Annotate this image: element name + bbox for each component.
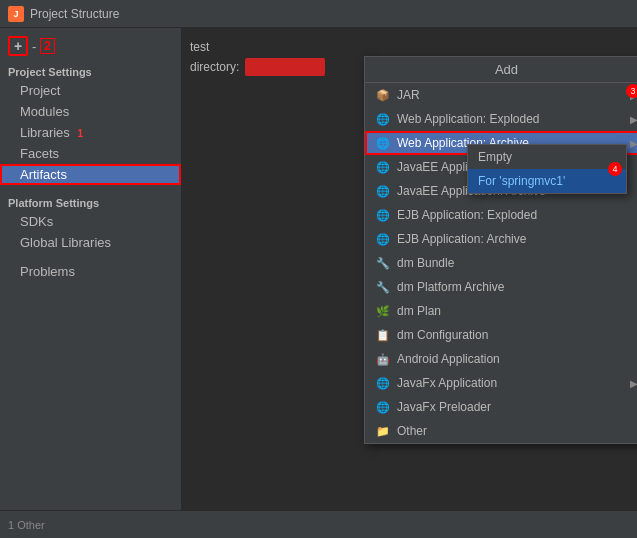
- menu-item-dm-plan[interactable]: 🌿 dm Plan: [365, 299, 637, 323]
- platform-settings-header: Platform Settings: [0, 193, 181, 211]
- menu-item-ejb-archive[interactable]: 🌐 EJB Application: Archive: [365, 227, 637, 251]
- main-layout: + - 2 Project Settings Project Modules L…: [0, 28, 637, 538]
- sidebar-item-libraries[interactable]: Libraries 1: [0, 122, 181, 143]
- step-2-label: 2: [40, 38, 55, 54]
- menu-item-dm-config[interactable]: 📋 dm Configuration: [365, 323, 637, 347]
- menu-item-android[interactable]: 🤖 Android Application: [365, 347, 637, 371]
- javafx-preloader-icon: 🌐: [375, 399, 391, 415]
- sidebar-item-sdks[interactable]: SDKs: [0, 211, 181, 232]
- submenu-item-for-springmvc1[interactable]: For 'springmvc1' 4: [468, 169, 626, 193]
- dm-plan-icon: 🌿: [375, 303, 391, 319]
- dm-bundle-icon: 🔧: [375, 255, 391, 271]
- web-archive-icon: 🌐: [375, 135, 391, 151]
- web-exploded-icon: 🌐: [375, 111, 391, 127]
- menu-item-jar[interactable]: 📦 JAR ▶ 3: [365, 83, 637, 107]
- other-count-label: 1 Other: [8, 519, 45, 531]
- add-button[interactable]: +: [8, 36, 28, 56]
- sidebar-item-artifacts[interactable]: Artifacts: [0, 164, 181, 185]
- dropdown-header: Add: [365, 57, 637, 83]
- output-dir-value: [245, 58, 325, 76]
- app-icon: J: [8, 6, 24, 22]
- menu-item-web-exploded[interactable]: 🌐 Web Application: Exploded ▶: [365, 107, 637, 131]
- sidebar-item-facets[interactable]: Facets: [0, 143, 181, 164]
- step-1-badge: 1: [77, 128, 83, 139]
- toolbar-separator: -: [32, 39, 36, 54]
- android-icon: 🤖: [375, 351, 391, 367]
- title-bar: J Project Structure: [0, 0, 637, 28]
- javafx-app-icon: 🌐: [375, 375, 391, 391]
- javaee-archive-icon: 🌐: [375, 183, 391, 199]
- add-dropdown-menu: Add 📦 JAR ▶ 3 🌐 Web Application: Explode…: [364, 56, 637, 444]
- sidebar-item-problems[interactable]: Problems: [0, 261, 181, 282]
- web-archive-submenu: Empty For 'springmvc1' 4: [467, 144, 627, 194]
- sidebar-item-global-libraries[interactable]: Global Libraries: [0, 232, 181, 253]
- javaee-exploded-icon: 🌐: [375, 159, 391, 175]
- project-settings-header: Project Settings: [0, 62, 181, 80]
- content-test-label: test: [190, 36, 629, 58]
- dm-platform-icon: 🔧: [375, 279, 391, 295]
- menu-item-ejb-exploded[interactable]: 🌐 EJB Application: Exploded: [365, 203, 637, 227]
- other-icon: 📁: [375, 423, 391, 439]
- step-4-badge: 4: [608, 162, 622, 176]
- sidebar-item-modules[interactable]: Modules: [0, 101, 181, 122]
- dm-config-icon: 📋: [375, 327, 391, 343]
- menu-item-javafx-app[interactable]: 🌐 JavaFx Application ▶: [365, 371, 637, 395]
- sidebar: + - 2 Project Settings Project Modules L…: [0, 28, 182, 538]
- ejb-archive-icon: 🌐: [375, 231, 391, 247]
- submenu-item-empty[interactable]: Empty: [468, 145, 626, 169]
- window-title: Project Structure: [30, 7, 119, 21]
- jar-icon: 📦: [375, 87, 391, 103]
- menu-item-other[interactable]: 📁 Other: [365, 419, 637, 443]
- content-area: test directory: Add 📦 JAR ▶ 3 🌐 Web Appl…: [182, 28, 637, 538]
- sidebar-toolbar: + - 2: [0, 34, 181, 62]
- step-3-badge: 3: [626, 84, 637, 98]
- arrow-icon: ▶: [630, 114, 637, 125]
- arrow-icon: ▶ 3: [630, 90, 637, 101]
- ejb-exploded-icon: 🌐: [375, 207, 391, 223]
- sidebar-item-project[interactable]: Project: [0, 80, 181, 101]
- arrow-icon: ▶: [630, 378, 637, 389]
- menu-item-dm-platform[interactable]: 🔧 dm Platform Archive: [365, 275, 637, 299]
- bottom-bar: 1 Other: [0, 510, 637, 538]
- menu-item-dm-bundle[interactable]: 🔧 dm Bundle: [365, 251, 637, 275]
- menu-item-javafx-preloader[interactable]: 🌐 JavaFx Preloader: [365, 395, 637, 419]
- arrow-icon: ▶: [630, 138, 637, 149]
